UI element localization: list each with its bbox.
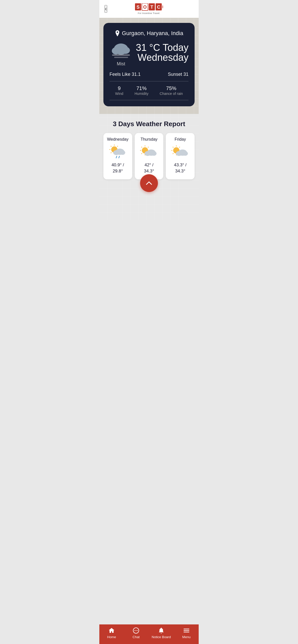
wednesday-weather-icon <box>109 144 127 159</box>
svg-text:S: S <box>137 5 140 10</box>
back-button[interactable]: ‹ <box>104 5 107 13</box>
day-card-wednesday: Wednesday <box>103 133 132 179</box>
map-background: Gurgaon, Haryana, India Mist 31 °C Today <box>99 18 199 114</box>
location-row: Gurgaon, Haryana, India <box>110 30 188 37</box>
svg-line-20 <box>111 146 112 147</box>
svg-line-28 <box>119 156 120 158</box>
day-card-name-2: Friday <box>174 137 186 142</box>
svg-line-22 <box>117 146 118 147</box>
sotc-logo-svg: S O T C <box>135 3 163 11</box>
humidity-stat: 71% Humidity <box>134 85 148 96</box>
wind-stat: 9 Wind <box>115 85 123 96</box>
humidity-value: 71% <box>134 85 148 91</box>
svg-line-37 <box>141 153 142 154</box>
svg-point-26 <box>120 150 125 155</box>
temperature-today: 31 °C Today <box>136 43 188 52</box>
logo-container: S O T C For Incentive Travel. <box>135 3 163 14</box>
three-days-section: 3 Days Weather Report Wednesday <box>99 114 199 220</box>
day-cards-row: Wednesday <box>103 133 195 179</box>
day-card-thursday: Thursday 42° / 34.3° <box>135 133 164 179</box>
svg-line-34 <box>141 147 142 148</box>
svg-rect-14 <box>114 57 128 58</box>
day-card-friday: Friday 43.3° / 34.3° <box>166 133 195 179</box>
weather-card: Gurgaon, Haryana, India Mist 31 °C Today <box>103 23 195 106</box>
temp-day-section: 31 °C Today Wednesday <box>136 43 188 63</box>
svg-point-40 <box>151 151 157 156</box>
day-temps-2: 43.3° / 34.3° <box>174 162 186 174</box>
day-temps-0: 40.9° / 29.8° <box>112 162 124 174</box>
rain-value: 75% <box>160 85 183 91</box>
svg-line-48 <box>179 147 180 148</box>
svg-point-52 <box>182 151 188 156</box>
svg-point-51 <box>176 151 182 156</box>
header: ‹ S O T C For Incentive Travel. <box>99 0 199 18</box>
humidity-label: Humidity <box>134 92 148 96</box>
svg-line-46 <box>173 147 173 148</box>
feels-sunset-row: Feels Like 31.1 Sunset 31 <box>110 72 188 77</box>
three-days-title: 3 Days Weather Report <box>103 120 195 128</box>
svg-line-49 <box>173 153 173 154</box>
svg-point-12 <box>121 47 130 54</box>
mist-icon <box>110 43 132 59</box>
svg-point-11 <box>112 47 120 54</box>
weather-main: Mist 31 °C Today Wednesday <box>110 43 188 67</box>
divider-bottom <box>110 100 188 100</box>
svg-line-36 <box>148 147 149 148</box>
weather-condition: Mist <box>117 61 125 67</box>
fab-button[interactable] <box>140 174 158 192</box>
rain-label: Chance of rain <box>160 92 183 96</box>
svg-point-25 <box>113 150 120 155</box>
svg-text:O: O <box>143 5 147 10</box>
svg-line-23 <box>111 152 112 153</box>
stats-row: 9 Wind 71% Humidity 75% Chance of rain <box>110 85 188 96</box>
friday-weather-icon <box>171 144 189 159</box>
wind-value: 9 <box>115 85 123 91</box>
sotc-logo: S O T C <box>135 3 163 11</box>
divider-top <box>110 81 188 81</box>
fab-container <box>103 174 195 192</box>
svg-text:C: C <box>157 5 160 10</box>
svg-point-9 <box>117 32 118 33</box>
thursday-weather-icon <box>140 144 158 159</box>
sunset: Sunset 31 <box>168 72 188 77</box>
weather-icon-section: Mist <box>110 43 132 67</box>
logo-tagline: For Incentive Travel. <box>138 12 160 14</box>
wind-label: Wind <box>115 92 123 96</box>
location-icon <box>115 30 120 36</box>
svg-rect-13 <box>112 54 130 56</box>
chevron-up-icon <box>145 179 153 187</box>
feels-like: Feels Like 31.1 <box>110 72 141 77</box>
day-name: Wednesday <box>136 52 188 63</box>
day-card-name-0: Wednesday <box>107 137 128 142</box>
svg-point-39 <box>145 151 151 156</box>
svg-marker-8 <box>162 5 163 8</box>
day-temps-1: 42° / 34.3° <box>144 162 154 174</box>
day-card-name-1: Thursday <box>141 137 158 142</box>
rain-stat: 75% Chance of rain <box>160 85 183 96</box>
svg-text:T: T <box>151 5 153 10</box>
location-text: Gurgaon, Haryana, India <box>122 30 183 37</box>
svg-line-27 <box>116 156 117 158</box>
